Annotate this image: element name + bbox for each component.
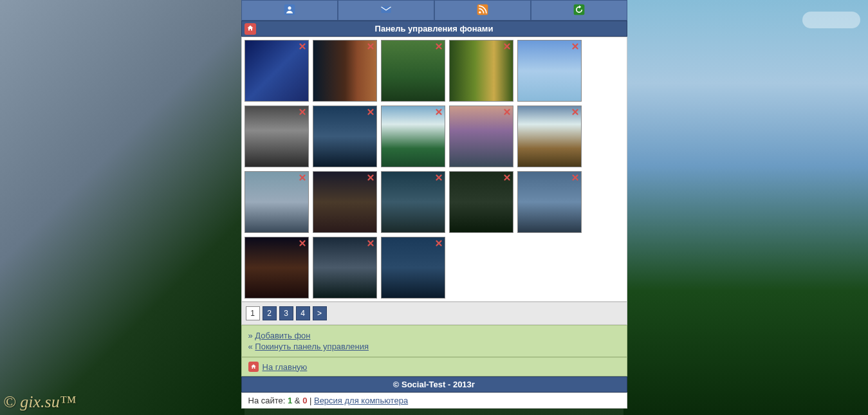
top-navigation bbox=[241, 0, 627, 21]
delete-icon bbox=[434, 173, 443, 182]
delete-icon bbox=[366, 42, 375, 51]
add-background-link[interactable]: Добавить фон bbox=[255, 331, 310, 340]
delete-button[interactable] bbox=[366, 173, 375, 182]
nav-refresh[interactable] bbox=[531, 0, 627, 21]
delete-icon bbox=[571, 173, 580, 182]
delete-icon bbox=[434, 239, 443, 248]
thumbnail[interactable] bbox=[381, 237, 445, 299]
thumbnail[interactable] bbox=[313, 171, 377, 233]
delete-button[interactable] bbox=[571, 173, 580, 182]
stats-label: На сайте: bbox=[248, 396, 288, 405]
thumbnail[interactable] bbox=[245, 237, 309, 299]
desktop-version-link[interactable]: Версия для компьютера bbox=[314, 396, 408, 405]
home-link[interactable]: На главную bbox=[263, 362, 308, 372]
delete-icon bbox=[571, 107, 580, 116]
stats-bar: На сайте: 1 & 0 | Версия для компьютера bbox=[241, 392, 627, 409]
delete-button[interactable] bbox=[298, 107, 307, 116]
stats-amp: & bbox=[292, 396, 302, 405]
footer: © Social-Test - 2013г bbox=[241, 376, 627, 392]
delete-button[interactable] bbox=[298, 239, 307, 248]
leave-panel-link[interactable]: Покинуть панель управления bbox=[255, 342, 369, 351]
delete-button[interactable] bbox=[434, 173, 443, 182]
thumbnail[interactable] bbox=[517, 40, 582, 102]
add-row: » Добавить фон bbox=[248, 331, 620, 340]
delete-button[interactable] bbox=[366, 42, 375, 51]
watermark: © gix.su™ bbox=[3, 392, 76, 412]
delete-button[interactable] bbox=[434, 107, 443, 116]
delete-icon bbox=[298, 107, 307, 116]
delete-button[interactable] bbox=[503, 107, 512, 116]
delete-icon bbox=[298, 42, 307, 51]
action-links: » Добавить фон « Покинуть панель управле… bbox=[241, 325, 627, 357]
delete-icon bbox=[503, 173, 512, 182]
thumbnail[interactable] bbox=[245, 106, 309, 167]
main-container: Панель управления фонами 1234> » Добавит… bbox=[241, 0, 627, 409]
thumbnail[interactable] bbox=[449, 171, 513, 233]
thumbnail[interactable] bbox=[381, 171, 445, 233]
thumbnail[interactable] bbox=[313, 40, 377, 102]
delete-icon bbox=[503, 42, 512, 51]
nav-profile[interactable] bbox=[241, 0, 338, 21]
delete-icon bbox=[366, 239, 375, 248]
leave-row: « Покинуть панель управления bbox=[248, 342, 620, 351]
thumbnail[interactable] bbox=[245, 40, 309, 102]
delete-icon bbox=[434, 107, 443, 116]
rss-icon bbox=[476, 3, 489, 18]
page-3[interactable]: 3 bbox=[279, 306, 293, 320]
titlebar-home-button[interactable] bbox=[245, 23, 256, 35]
delete-button[interactable] bbox=[571, 107, 580, 116]
delete-icon bbox=[366, 173, 375, 182]
delete-button[interactable] bbox=[298, 173, 307, 182]
refresh-icon bbox=[573, 3, 586, 18]
page-next[interactable]: > bbox=[313, 306, 327, 320]
thumbnail[interactable] bbox=[517, 171, 582, 233]
delete-button[interactable] bbox=[366, 239, 375, 248]
page-4[interactable]: 4 bbox=[296, 306, 310, 320]
page-1[interactable]: 1 bbox=[246, 306, 260, 320]
pagination: 1234> bbox=[241, 302, 627, 325]
leave-prefix: « bbox=[248, 342, 255, 351]
home-icon-small bbox=[248, 362, 259, 372]
mail-icon bbox=[380, 3, 392, 18]
delete-button[interactable] bbox=[298, 42, 307, 51]
delete-button[interactable] bbox=[503, 42, 512, 51]
delete-icon bbox=[298, 173, 307, 182]
delete-icon bbox=[298, 239, 307, 248]
svg-rect-2 bbox=[381, 6, 391, 13]
nav-messages[interactable] bbox=[338, 0, 434, 21]
titlebar: Панель управления фонами bbox=[241, 21, 627, 37]
thumbnail[interactable] bbox=[245, 171, 309, 233]
stats-sep: | bbox=[307, 396, 314, 405]
delete-button[interactable] bbox=[434, 239, 443, 248]
thumbnail-grid bbox=[245, 40, 624, 299]
add-prefix: » bbox=[248, 331, 255, 340]
gallery bbox=[241, 37, 627, 302]
profile-icon bbox=[283, 3, 296, 18]
thumbnail[interactable] bbox=[449, 40, 513, 102]
top-right-pill bbox=[802, 12, 860, 28]
titlebar-text: Панель управления фонами bbox=[375, 24, 494, 33]
delete-icon bbox=[571, 42, 580, 51]
delete-button[interactable] bbox=[366, 107, 375, 116]
background-left bbox=[0, 0, 245, 415]
thumbnail[interactable] bbox=[313, 237, 377, 299]
thumbnail[interactable] bbox=[313, 106, 377, 167]
delete-button[interactable] bbox=[434, 42, 443, 51]
nav-rss[interactable] bbox=[434, 0, 531, 21]
thumbnail[interactable] bbox=[381, 106, 445, 167]
page-2[interactable]: 2 bbox=[263, 306, 277, 320]
background-right bbox=[623, 0, 868, 415]
thumbnail[interactable] bbox=[517, 106, 582, 167]
home-icon bbox=[246, 24, 254, 34]
home-link-box: На главную bbox=[241, 357, 627, 376]
delete-button[interactable] bbox=[503, 173, 512, 182]
thumbnail[interactable] bbox=[449, 106, 513, 167]
delete-icon bbox=[503, 107, 512, 116]
delete-icon bbox=[434, 42, 443, 51]
svg-point-1 bbox=[288, 6, 291, 10]
delete-button[interactable] bbox=[571, 42, 580, 51]
footer-text: © Social-Test - 2013г bbox=[393, 380, 475, 389]
delete-icon bbox=[366, 107, 375, 116]
svg-point-4 bbox=[479, 11, 481, 13]
thumbnail[interactable] bbox=[381, 40, 445, 102]
